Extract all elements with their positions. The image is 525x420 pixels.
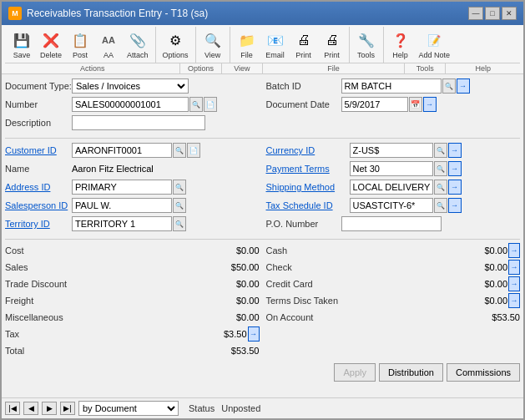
nav-last-button[interactable]: ▶| [60, 402, 75, 415]
salesperson-lookup-button[interactable]: 🔍 [173, 198, 186, 213]
attach-button[interactable]: 📎 Attach [124, 28, 152, 61]
territory-id-label[interactable]: Territory ID [5, 219, 72, 229]
app-icon: M [8, 7, 22, 20]
number-row: Number 🔍 📄 [5, 96, 260, 113]
address-id-label[interactable]: Address ID [5, 182, 72, 192]
close-button[interactable]: ✕ [502, 7, 517, 20]
terms-disc-value-group: $0.00 → [457, 293, 520, 308]
tax-schedule-row: Tax Schedule ID 🔍 → [266, 197, 521, 214]
delete-button[interactable]: ❌ Delete [37, 28, 65, 61]
credit-card-value: $0.00 [457, 279, 507, 289]
batch-arrow-button[interactable]: → [457, 78, 470, 94]
options-button[interactable]: ⚙ Options [159, 28, 192, 61]
description-row: Description [5, 114, 260, 131]
cash-row: Cash $0.00 → [266, 243, 521, 258]
nav-first-button[interactable]: |◀ [5, 402, 20, 415]
currency-id-label[interactable]: Currency ID [266, 145, 350, 155]
aa-button[interactable]: AA AA [95, 28, 122, 61]
shipping-method-label[interactable]: Shipping Method [266, 182, 350, 192]
customer-lookup-button[interactable]: 🔍 [173, 143, 186, 158]
calendar-button[interactable]: 📅 [409, 97, 422, 112]
check-value: $0.00 [457, 262, 507, 272]
number-browse-button[interactable]: 📄 [204, 97, 217, 112]
batch-lookup-button[interactable]: 🔍 [442, 78, 456, 94]
batch-id-input[interactable] [341, 78, 442, 94]
address-lookup-button[interactable]: 🔍 [173, 180, 186, 195]
title-bar: M Receivables Transaction Entry - T18 (s… [2, 2, 523, 25]
cash-label: Cash [266, 245, 288, 256]
salesperson-id-input[interactable] [72, 198, 172, 213]
sales-label: Sales [5, 262, 28, 272]
name-row: Name Aaron Fitz Electrical [5, 160, 260, 177]
freight-value: $0.00 [209, 296, 260, 306]
shipping-arrow-button[interactable]: → [448, 180, 462, 195]
save-button[interactable]: 💾 Save [8, 28, 35, 61]
currency-lookup-button[interactable]: 🔍 [434, 143, 447, 158]
shipping-method-input[interactable] [350, 180, 433, 195]
minimize-button[interactable]: — [468, 7, 483, 20]
tax-schedule-id-input[interactable] [350, 198, 433, 213]
apply-button[interactable]: Apply [334, 363, 376, 382]
document-date-input[interactable] [341, 97, 408, 112]
add-note-button[interactable]: 📝 Add Note [416, 28, 454, 61]
salesperson-id-label[interactable]: Salesperson ID [5, 200, 72, 210]
on-account-label: On Account [266, 312, 314, 322]
number-input[interactable] [72, 97, 189, 112]
payment-terms-arrow-button[interactable]: → [448, 161, 462, 176]
cost-label: Cost [5, 245, 24, 256]
toolbar: 💾 Save ❌ Delete 📋 Post AA AA 📎 Atta [2, 25, 523, 74]
po-number-input[interactable] [341, 216, 442, 231]
territory-lookup-button[interactable]: 🔍 [173, 216, 186, 231]
address-id-row: Address ID 🔍 [5, 179, 260, 195]
payment-terms-input[interactable] [350, 161, 433, 176]
nav-prev-button[interactable]: ◀ [23, 402, 38, 415]
view-button[interactable]: 🔍 View [199, 28, 226, 61]
currency-id-input[interactable] [350, 143, 433, 158]
shipping-lookup-button[interactable]: 🔍 [434, 180, 447, 195]
description-input[interactable] [72, 115, 205, 130]
terms-disc-arrow-button[interactable]: → [508, 293, 520, 308]
restore-button[interactable]: □ [485, 7, 500, 20]
sort-by-select[interactable]: by Document [78, 401, 179, 416]
print1-button[interactable]: 🖨 Print [290, 28, 317, 61]
check-value-group: $0.00 → [457, 260, 520, 275]
credit-card-arrow-button[interactable]: → [508, 276, 520, 291]
status-label: Status [189, 403, 215, 413]
date-arrow-button[interactable]: → [423, 97, 437, 112]
address-id-input[interactable] [72, 180, 172, 195]
currency-arrow-button[interactable]: → [448, 143, 462, 158]
nav-next-button[interactable]: ▶ [42, 402, 57, 415]
number-lookup-button[interactable]: 🔍 [189, 97, 203, 112]
terms-disc-row: Terms Disc Taken $0.00 → [266, 293, 521, 308]
aa-icon: AA [98, 30, 119, 50]
territory-id-input[interactable] [72, 216, 172, 231]
post-icon: 📋 [70, 30, 90, 50]
email-button[interactable]: 📧 Email [262, 28, 289, 61]
number-label: Number [5, 99, 72, 109]
tax-arrow-button[interactable]: → [248, 326, 260, 342]
totals-left: Cost $0.00 Sales $50.00 Trade Discount $… [5, 243, 260, 360]
distribution-button[interactable]: Distribution [379, 363, 443, 382]
tools-button[interactable]: 🔧 Tools [353, 28, 380, 61]
cash-arrow-button[interactable]: → [508, 243, 520, 258]
divider-2 [5, 239, 520, 240]
customer-id-input[interactable] [72, 143, 172, 158]
file-button[interactable]: 📁 File [234, 28, 260, 61]
payment-terms-lookup-button[interactable]: 🔍 [434, 161, 447, 176]
help-icon: ❓ [391, 30, 411, 50]
territory-input-group: 🔍 [72, 216, 186, 231]
post-button[interactable]: 📋 Post [67, 28, 93, 61]
tax-schedule-arrow-button[interactable]: → [448, 198, 462, 213]
tax-schedule-lookup-button[interactable]: 🔍 [434, 198, 447, 213]
document-date-input-group: 📅 → [341, 97, 437, 112]
document-type-select[interactable]: Sales / Invoices [72, 78, 189, 94]
help-button[interactable]: ❓ Help [387, 28, 414, 61]
toolbar-labels-row: Actions Options View File Tools Help [5, 63, 520, 73]
customer-id-label[interactable]: Customer ID [5, 145, 72, 155]
print2-button[interactable]: 🖨 Print [319, 28, 346, 61]
customer-browse-button[interactable]: 📄 [187, 143, 200, 158]
payment-terms-label[interactable]: Payment Terms [266, 164, 350, 174]
commissions-button[interactable]: Commissions [447, 363, 520, 382]
check-arrow-button[interactable]: → [508, 260, 520, 275]
tax-schedule-id-label[interactable]: Tax Schedule ID [266, 200, 350, 210]
